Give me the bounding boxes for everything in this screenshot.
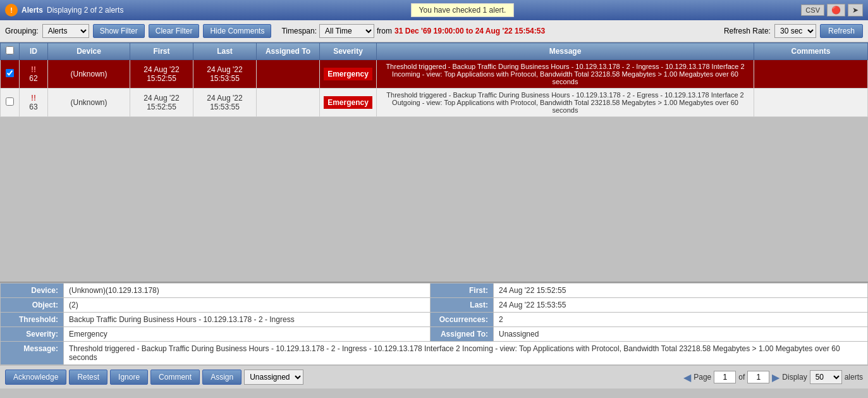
- prev-page-icon[interactable]: ◀: [683, 371, 691, 383]
- share-button[interactable]: ➤: [848, 4, 863, 16]
- alert-count: Displaying 2 of 2 alerts: [47, 6, 123, 15]
- toolbar: Grouping: Alerts Device Severity Show Fi…: [0, 20, 868, 42]
- occurrences-value: 2: [494, 313, 868, 327]
- row2-comments: [754, 89, 868, 117]
- col-message: Message: [377, 43, 754, 60]
- severity-value: Emergency: [64, 327, 431, 342]
- alerts-table: ID Device First Last Assigned To Severit…: [0, 42, 868, 117]
- display-label: Display: [782, 373, 807, 382]
- hide-comments-button[interactable]: Hide Comments: [203, 24, 271, 38]
- clear-filter-button[interactable]: Clear Filter: [149, 24, 200, 38]
- row1-assigned-to: [257, 60, 320, 89]
- row2-id: !! 63: [20, 89, 48, 117]
- refresh-button[interactable]: Refresh: [820, 24, 863, 38]
- object-value: (2): [64, 298, 431, 313]
- row1-comments: [754, 60, 868, 89]
- row2-checkbox[interactable]: [6, 97, 14, 106]
- severity-label: Severity:: [1, 327, 64, 342]
- row2-assigned-to: [257, 89, 320, 117]
- acknowledge-button[interactable]: Acknowledge: [5, 370, 66, 385]
- col-last: Last: [193, 43, 257, 60]
- share-icon: ➤: [852, 6, 859, 15]
- refresh-section: Refresh Rate: 10 sec 30 sec 1 min 5 min …: [724, 24, 863, 38]
- assign-button[interactable]: Assign: [202, 370, 241, 385]
- grouping-label: Grouping:: [5, 27, 39, 35]
- app-header: ! Alerts Displaying 2 of 2 alerts You ha…: [0, 0, 868, 20]
- row1-id: !! 62: [20, 60, 48, 89]
- occurrences-label: Occurrences:: [431, 313, 494, 327]
- main-content: ID Device First Last Assigned To Severit…: [0, 42, 868, 117]
- show-filter-button[interactable]: Show Filter: [93, 24, 145, 38]
- page-label: Page: [694, 373, 711, 382]
- col-first: First: [130, 43, 193, 60]
- col-comments: Comments: [754, 43, 868, 60]
- row1-id-value: 62: [29, 74, 37, 83]
- col-id: ID: [20, 43, 48, 60]
- header-left: ! Alerts Displaying 2 of 2 alerts: [5, 4, 123, 16]
- timespan-select[interactable]: All Time Last Hour Last Day Last Week: [319, 24, 374, 38]
- date-range: 31 Dec '69 19:00:00 to 24 Aug '22 15:54:…: [394, 27, 545, 35]
- threshold-label: Threshold:: [1, 313, 64, 327]
- row1-severity-badge: Emergency: [324, 68, 372, 80]
- detail-table: Device: (Unknown)(10.129.13.178) First: …: [0, 283, 868, 365]
- row1-first: 24 Aug '2215:52:55: [130, 60, 193, 89]
- pdf-button[interactable]: 🔴: [827, 4, 845, 16]
- row1-device: (Unknown): [48, 60, 130, 89]
- col-device: Device: [48, 43, 130, 60]
- notification-banner: You have checked 1 alert.: [411, 3, 515, 17]
- table-row: !! 63 (Unknown) 24 Aug '2215:52:55 24 Au…: [1, 89, 868, 117]
- row2-severity-badge: Emergency: [324, 96, 372, 109]
- message-label: Message:: [1, 342, 64, 365]
- table-row: !! 62 (Unknown) 24 Aug '2215:52:55 24 Au…: [1, 60, 868, 89]
- of-label: of: [738, 373, 745, 382]
- row2-device: (Unknown): [48, 89, 130, 117]
- assigned-to-label: Assigned To:: [431, 327, 494, 342]
- device-label: Device:: [1, 283, 64, 298]
- row2-id-icon: !!: [31, 94, 36, 103]
- alert-bell-icon: !: [5, 4, 18, 16]
- footer-bar: Acknowledge Retest Ignore Comment Assign…: [0, 365, 868, 389]
- csv-button[interactable]: CSV: [801, 4, 824, 16]
- timespan-label: Timespan:: [281, 27, 317, 35]
- from-label: from: [377, 27, 392, 35]
- row1-last: 24 Aug '2215:53:55: [193, 60, 257, 89]
- retest-button[interactable]: Retest: [69, 370, 107, 385]
- total-pages-input: [747, 371, 769, 383]
- first-value: 24 Aug '22 15:52:55: [494, 283, 868, 298]
- col-assigned-to: Assigned To: [257, 43, 320, 60]
- row1-message: Threshold triggered - Backup Traffic Dur…: [377, 60, 754, 89]
- row2-last: 24 Aug '2215:53:55: [193, 89, 257, 117]
- refresh-rate-select[interactable]: 10 sec 30 sec 1 min 5 min: [774, 24, 816, 38]
- grouping-select[interactable]: Alerts Device Severity: [42, 24, 89, 38]
- col-checkbox: [1, 43, 20, 60]
- app-title: Alerts: [21, 6, 43, 15]
- last-label: Last:: [431, 298, 494, 313]
- alerts-label: alerts: [845, 373, 863, 382]
- header-right: CSV 🔴 ➤: [801, 4, 863, 16]
- last-value: 24 Aug '22 15:53:55: [494, 298, 868, 313]
- message-value: Threshold triggered - Backup Traffic Dur…: [64, 342, 868, 365]
- page-input[interactable]: [714, 371, 736, 383]
- pagination-section: ◀ Page of ▶ Display 25 50 100 alerts: [683, 370, 863, 384]
- object-label: Object:: [1, 298, 64, 313]
- row1-checkbox-cell: [1, 60, 20, 89]
- detail-panel: Device: (Unknown)(10.129.13.178) First: …: [0, 282, 868, 365]
- display-select[interactable]: 25 50 100: [810, 370, 842, 384]
- comment-button[interactable]: Comment: [150, 370, 200, 385]
- ignore-button[interactable]: Ignore: [110, 370, 148, 385]
- col-severity: Severity: [320, 43, 377, 60]
- pdf-icon: 🔴: [831, 6, 841, 15]
- first-label: First:: [431, 283, 494, 298]
- select-all-checkbox[interactable]: [6, 46, 14, 54]
- row2-first: 24 Aug '2215:52:55: [130, 89, 193, 117]
- assign-dropdown[interactable]: Unassigned: [244, 370, 303, 385]
- device-value: (Unknown)(10.129.13.178): [64, 283, 431, 298]
- row2-message: Threshold triggered - Backup Traffic Dur…: [377, 89, 754, 117]
- refresh-rate-label: Refresh Rate:: [724, 27, 771, 35]
- row2-severity: Emergency: [320, 89, 377, 117]
- row1-checkbox[interactable]: [6, 69, 14, 77]
- row2-checkbox-cell: [1, 89, 20, 117]
- row1-severity: Emergency: [320, 60, 377, 89]
- row1-id-icon: !!: [31, 65, 36, 74]
- next-page-icon[interactable]: ▶: [772, 371, 779, 383]
